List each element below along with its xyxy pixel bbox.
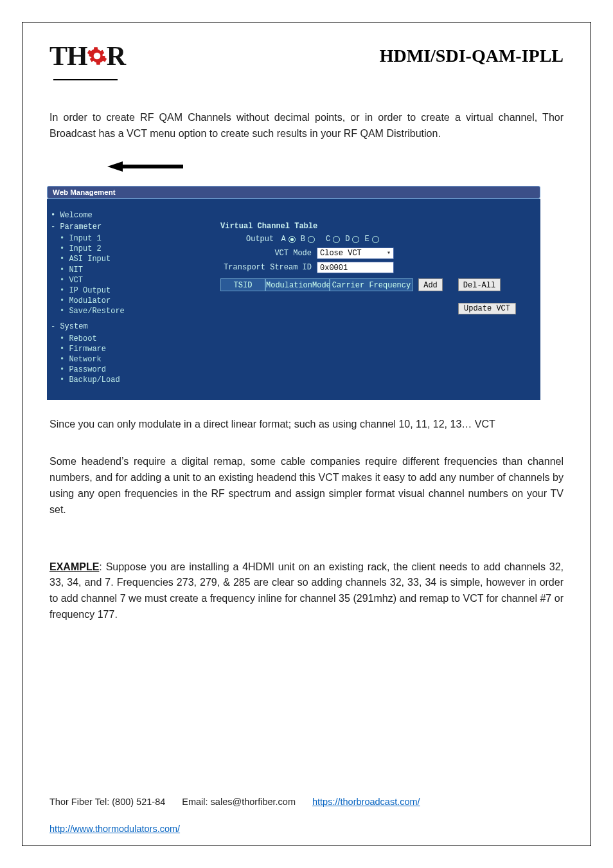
update-vct-button[interactable]: Update VCT <box>458 303 516 314</box>
vct-mode-select[interactable]: Close VCT ▾ <box>317 248 394 259</box>
radio-output-b[interactable] <box>308 236 315 243</box>
page-title: HDMI/SDI-QAM-IPLL <box>380 46 564 66</box>
page-header: TH R HDMI/SDI-QAM-IPLL <box>49 41 564 71</box>
sidebar-item-save-restore[interactable]: Save/Restore <box>60 306 132 316</box>
tsid-row: Transport Stream ID 0x0001 <box>220 262 516 273</box>
sidebar-group-system[interactable]: System <box>51 321 132 332</box>
footer-link-broadcast[interactable]: https://thorbroadcast.com/ <box>312 797 420 807</box>
vct-mode-label: VCT Mode <box>220 249 317 258</box>
webui-screenshot: Web Management Welcome Parameter Input 1… <box>47 186 540 400</box>
sidebar-item-input2[interactable]: Input 2 <box>60 244 132 254</box>
webui-title: Web Management <box>53 188 116 196</box>
radio-output-e[interactable] <box>372 236 379 243</box>
webui-titlebar: Web Management <box>47 186 540 199</box>
col-modulation: ModulationMode <box>265 278 330 291</box>
header-rule <box>53 79 118 80</box>
tsid-label: Transport Stream ID <box>220 263 317 272</box>
sidebar-list-parameter: Input 1 Input 2 ASI Input NIT VCT IP Out… <box>51 233 132 317</box>
sidebar-item-backup-load[interactable]: Backup/Load <box>60 375 132 385</box>
paragraph-example: EXAMPLE: Suppose you are installing a 4H… <box>49 559 564 623</box>
example-text: : Suppose you are installing a 4HDMI uni… <box>49 561 564 620</box>
add-button[interactable]: Add <box>418 278 443 291</box>
panel-title: Virtual Channel Table <box>220 222 516 231</box>
paragraph-headend: Some headend’s require a digital remap, … <box>49 454 564 518</box>
output-opt-a: A <box>281 235 285 244</box>
sidebar-item-welcome[interactable]: Welcome <box>51 210 132 221</box>
tsid-input[interactable]: 0x0001 <box>317 262 394 273</box>
output-opt-b: B <box>301 235 305 244</box>
vct-mode-row: VCT Mode Close VCT ▾ <box>220 248 516 259</box>
vct-table-header: TSID ModulationMode Carrier Frequency Ad… <box>220 278 516 291</box>
update-row: Update VCT <box>220 303 516 314</box>
chevron-down-icon: ▾ <box>387 248 391 259</box>
sidebar-list-system: Reboot Firmware Network Password Backup/… <box>51 334 132 386</box>
webui-sidebar: Welcome Parameter Input 1 Input 2 ASI In… <box>47 199 137 400</box>
radio-output-c[interactable] <box>333 236 340 243</box>
sidebar-group-parameter[interactable]: Parameter <box>51 222 132 232</box>
intro-paragraph: In order to create RF QAM Channels witho… <box>49 110 564 142</box>
footer-email: Email: sales@thorfiber.com <box>182 797 296 807</box>
sidebar-item-network[interactable]: Network <box>60 354 132 365</box>
svg-marker-1 <box>107 161 123 172</box>
output-opt-e: E <box>364 235 369 244</box>
annotation-arrow-icon <box>107 161 184 177</box>
output-opt-d: D <box>345 235 350 244</box>
sidebar-item-password[interactable]: Password <box>60 365 132 375</box>
radio-output-a[interactable] <box>289 236 296 243</box>
sidebar-item-reboot[interactable]: Reboot <box>60 334 132 344</box>
page-frame: TH R HDMI/SDI-QAM-IPLL In order to creat… <box>22 22 591 846</box>
sidebar-item-input1[interactable]: Input 1 <box>60 233 132 244</box>
output-label: Output <box>246 235 274 244</box>
col-tsid: TSID <box>220 278 265 291</box>
paragraph-linear: Since you can only modulate in a direct … <box>49 417 564 433</box>
vct-mode-value: Close VCT <box>320 248 362 259</box>
col-carrier-freq: Carrier Frequency <box>330 278 413 291</box>
radio-output-d[interactable] <box>352 236 359 243</box>
del-all-button[interactable]: Del-All <box>458 278 501 291</box>
sidebar-item-asi-input[interactable]: ASI Input <box>60 254 132 264</box>
logo-text-right: R <box>107 41 125 71</box>
sidebar-item-vct[interactable]: VCT <box>60 275 132 285</box>
brand-logo: TH R <box>49 41 125 71</box>
logo-text-left: TH <box>49 41 87 71</box>
footer-link-modulators[interactable]: http://www.thormodulators.com/ <box>49 824 180 834</box>
footer-tel: Thor Fiber Tel: (800) 521-84 <box>49 797 165 807</box>
output-opt-c: C <box>326 235 330 244</box>
gear-icon <box>86 45 108 67</box>
sidebar-item-ip-output[interactable]: IP Output <box>60 285 132 296</box>
webui-body: Welcome Parameter Input 1 Input 2 ASI In… <box>47 199 540 400</box>
output-select-row: Output A B C D E <box>246 235 516 244</box>
sidebar-item-nit[interactable]: NIT <box>60 265 132 275</box>
sidebar-item-modulator[interactable]: Modulator <box>60 296 132 306</box>
page-footer: Thor Fiber Tel: (800) 521-84 Email: sale… <box>49 797 564 834</box>
webui-main: Virtual Channel Table Output A B C D E V… <box>137 199 540 400</box>
sidebar-item-firmware[interactable]: Firmware <box>60 344 132 354</box>
example-label: EXAMPLE <box>49 561 99 572</box>
